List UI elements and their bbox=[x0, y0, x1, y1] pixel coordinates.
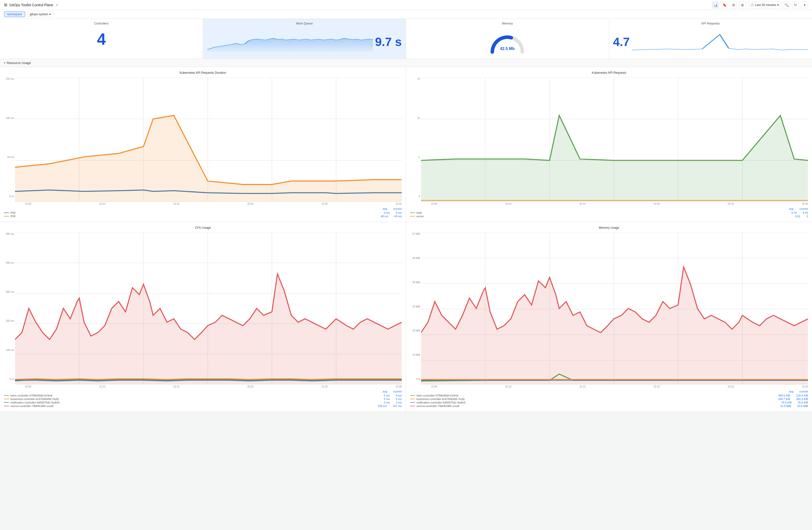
api-requests-title: API Requests bbox=[701, 22, 720, 25]
bar-chart-icon-btn[interactable]: 📊 bbox=[712, 1, 719, 9]
helm-cpu-icon bbox=[4, 395, 9, 396]
k8s-api-requests-wrapper: 15 10 5 0 bbox=[410, 77, 808, 205]
more-options-btn[interactable]: ▾ bbox=[801, 1, 808, 9]
p50-label: P50 bbox=[11, 211, 15, 214]
header-icons: 📊 🔖 ⚙ 🖥 🕐 Last 30 minutes ▾ 🔍 ↻ ▾ bbox=[712, 1, 808, 9]
k8s-api-requests-x-axis: 15:05 15:10 15:15 15:20 15:25 15:30 bbox=[421, 203, 808, 205]
total-line-icon bbox=[410, 212, 415, 213]
namespace-dropdown[interactable]: gitops-system ▾ bbox=[27, 12, 54, 17]
work-queue-card: Work Queue 9.7 s bbox=[203, 19, 406, 59]
time-range-picker[interactable]: 🕐 Last 30 minutes ▾ bbox=[748, 1, 781, 9]
notification-cpu-label: notification-controller-6d56575dc-5w9n9 bbox=[11, 401, 60, 404]
namespace-tab[interactable]: namespace bbox=[4, 12, 25, 17]
cpu-legend: avg current helm-controller-57f9b56bbf-k… bbox=[4, 390, 402, 408]
k8s-api-duration-legend: avg current P50 5 ms 5 ms P99 bbox=[4, 207, 402, 218]
cpu-kustomize-row: kustomize-controller-6c6784b468-7kzfp 5 … bbox=[4, 398, 402, 400]
notification-cpu-icon bbox=[4, 402, 9, 403]
memory-gauge: 42.5 Mb bbox=[410, 27, 605, 57]
helm-mem-label: helm-controller-57f9b56bbf-k24mk bbox=[417, 394, 459, 397]
k8s-api-requests-legend: avg current total 4.74 4.44 errors bbox=[410, 207, 808, 218]
p99-avg: 48 ms bbox=[381, 215, 388, 218]
mem-kustomize-row: kustomize-controller-6c6784b468-7kzfp 28… bbox=[410, 398, 808, 400]
charts-grid: Kubernetes API Requests Duration 150 ms … bbox=[0, 67, 812, 412]
section-collapse-arrow: ▾ bbox=[4, 61, 5, 64]
k8s-api-duration-y-axis: 150 ms 100 ms 50 ms 0 ns bbox=[4, 77, 14, 198]
notification-mem-icon bbox=[410, 402, 415, 403]
k8s-api-duration-title: Kubernetes API Requests Duration bbox=[4, 71, 402, 74]
source-mem-avg: 21.0 MiB bbox=[780, 404, 791, 408]
k8s-api-duration-x-axis: 15:05 15:10 15:15 15:20 15:25 15:30 bbox=[15, 203, 402, 205]
errors-avg: 0.01 bbox=[795, 215, 800, 218]
helm-mem-avg: 360.5 KiB bbox=[778, 394, 790, 397]
k8s-api-duration-svg bbox=[15, 77, 402, 202]
cpu-usage-wrapper: 500 ms 400 ms 300 ms 200 ms 100 ms 0 ns bbox=[4, 233, 402, 388]
svg-marker-0 bbox=[207, 38, 373, 52]
k8s-api-requests-svg bbox=[421, 77, 808, 202]
kustomize-mem-label: kustomize-controller-6c6784b468-7kzfp bbox=[417, 398, 465, 400]
api-requests-card: API Requests 4.7 bbox=[609, 19, 812, 59]
legend-header-2: avg current bbox=[410, 207, 808, 210]
memory-title: Memory bbox=[502, 22, 513, 25]
cpu-usage-title: CPU Usage bbox=[4, 226, 402, 230]
memory-card: Memory 42.5 Mb bbox=[406, 19, 609, 59]
header-left: ⊞ GitOps Toolkit Control Plane ⤢ bbox=[4, 2, 58, 7]
source-mem-label: source-controller-7fb84fc985-zvsz8 bbox=[417, 404, 460, 408]
controllers-value: 4 bbox=[97, 31, 106, 47]
memory-legend-header: avg current bbox=[410, 390, 808, 393]
gear-icon-btn[interactable]: ⚙ bbox=[730, 1, 737, 9]
cpu-usage-svg bbox=[15, 233, 402, 384]
kustomize-mem-avg: 284.7 KiB bbox=[778, 398, 790, 400]
refresh-icon-btn[interactable]: ↻ bbox=[792, 1, 799, 9]
total-current: 4.44 bbox=[803, 211, 808, 214]
source-cpu-avg: 236 ms bbox=[378, 404, 387, 408]
k8s-api-requests-y-axis: 15 10 5 0 bbox=[410, 77, 420, 198]
current-label-2: current bbox=[799, 207, 808, 210]
source-mem-current: 20.6 MiB bbox=[797, 404, 808, 408]
source-cpu-label: source-controller-7fb84fc985-zvsz8 bbox=[11, 404, 54, 408]
p99-current: 43 ms bbox=[394, 215, 402, 218]
errors-current: 0 bbox=[807, 215, 808, 218]
legend-errors: errors 0.01 0 bbox=[410, 215, 808, 218]
k8s-api-requests-panel: Kubernetes API Requests 15 10 5 0 bbox=[406, 67, 812, 222]
notification-mem-label: notification-controller-6d56575dc-5w9n9 bbox=[417, 401, 466, 404]
cpu-notification-row: notification-controller-6d56575dc-5w9n9 … bbox=[4, 401, 402, 404]
legend-total: total 4.74 4.44 bbox=[410, 211, 808, 214]
k8s-api-duration-chart-wrapper: 150 ms 100 ms 50 ms 0 ns bbox=[4, 77, 402, 205]
share-icon[interactable]: ⤢ bbox=[55, 3, 58, 7]
k8s-api-duration-panel: Kubernetes API Requests Duration 150 ms … bbox=[0, 67, 406, 222]
notification-mem-avg: 76.6 KiB bbox=[781, 401, 792, 404]
summary-row: Controllers 4 Work Queue 9.7 s bbox=[0, 19, 812, 59]
k8s-api-requests-title: Kubernetes API Requests bbox=[410, 71, 808, 74]
toolbar: namespace gitops-system ▾ bbox=[0, 10, 812, 19]
helm-cpu-label: helm-controller-57f9b56bbf-k24mk bbox=[11, 394, 53, 397]
errors-line-icon bbox=[410, 216, 415, 217]
avg-label: avg bbox=[383, 207, 387, 210]
cpu-legend-header: avg current bbox=[4, 390, 402, 393]
helm-cpu-avg: 5 ms bbox=[384, 394, 390, 397]
bookmark-icon-btn[interactable]: 🔖 bbox=[721, 1, 728, 9]
cpu-x-axis: 15:05 15:10 15:15 15:20 15:25 15:30 bbox=[15, 385, 402, 388]
kustomize-cpu-icon bbox=[4, 399, 9, 399]
source-cpu-icon bbox=[4, 406, 9, 406]
section-label: Resource Usage bbox=[7, 61, 31, 65]
time-range-dropdown-arrow: ▾ bbox=[777, 3, 779, 7]
resource-usage-section[interactable]: ▾ Resource Usage bbox=[0, 59, 812, 67]
total-label: total bbox=[417, 211, 422, 214]
svg-marker-46 bbox=[421, 267, 808, 384]
p99-line-icon bbox=[4, 216, 9, 217]
memory-usage-wrapper: 57 MiB 48 MiB 38 MiB 29 MiB 19 MiB 10 Mi… bbox=[410, 233, 808, 388]
mem-helm-row: helm-controller-57f9b56bbf-k24mk 360.5 K… bbox=[410, 394, 808, 397]
helm-mem-current: 129.4 KiB bbox=[796, 394, 808, 397]
notification-mem-current: 76.6 KiB bbox=[797, 401, 808, 404]
controllers-card: Controllers 4 bbox=[0, 19, 203, 59]
notification-cpu-current: 3 ms bbox=[396, 401, 402, 404]
namespace-dropdown-arrow: ▾ bbox=[49, 13, 51, 16]
source-cpu-current: 247 ms bbox=[393, 404, 402, 408]
monitor-icon-btn[interactable]: 🖥 bbox=[739, 1, 746, 9]
zoom-out-icon-btn[interactable]: 🔍 bbox=[783, 1, 790, 9]
p50-line-icon bbox=[4, 212, 9, 213]
kustomize-cpu-label: kustomize-controller-6c6784b468-7kzfp bbox=[11, 398, 59, 400]
svg-text:42.5 Mb: 42.5 Mb bbox=[500, 46, 515, 51]
controllers-title: Controllers bbox=[94, 22, 108, 25]
cpu-y-axis: 500 ms 400 ms 300 ms 200 ms 100 ms 0 ns bbox=[4, 233, 14, 380]
